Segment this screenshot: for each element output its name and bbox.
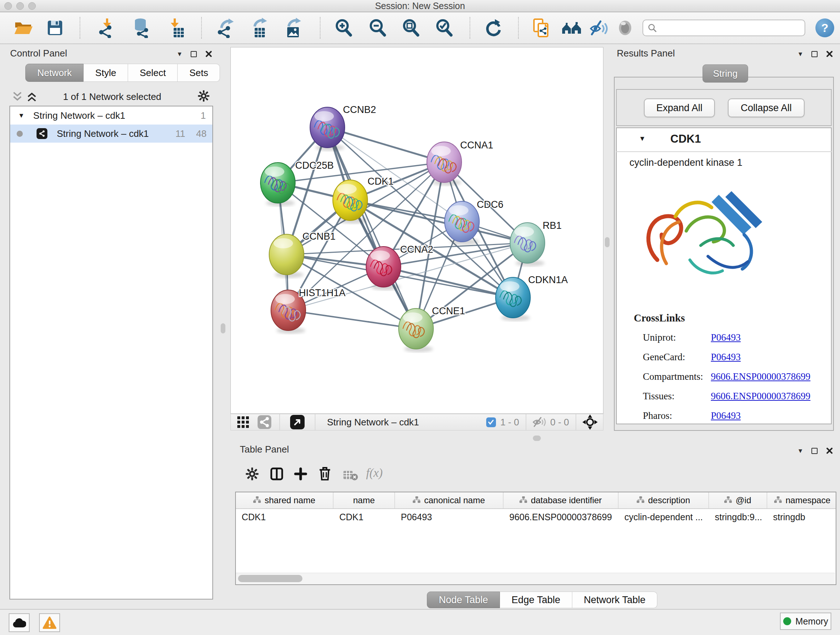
collapse-all-icon[interactable] [11,91,23,102]
help-button[interactable]: ? [815,19,834,37]
add-column-icon[interactable] [294,467,308,481]
cloud-button[interactable] [9,613,30,632]
node-HIST1H1A[interactable]: HIST1H1A [271,287,346,334]
grid-view-icon[interactable] [237,416,249,429]
column-header-database-identifier[interactable]: database identifier [504,492,619,508]
close-panel-icon[interactable] [826,50,834,58]
right-splitter-handle[interactable] [605,237,609,247]
table-cell-description[interactable]: cyclin-dependent ... [619,509,709,525]
edge-CCNB2-CCNA1[interactable] [327,127,444,162]
open-session-icon[interactable] [13,18,33,38]
table-body: CDK1CDK1P064939606.ENSP00000378699cyclin… [236,509,836,525]
fit-selected-crosshair-icon[interactable] [582,414,598,430]
close-panel-icon[interactable] [205,50,213,58]
import-network-from-database-icon[interactable] [132,18,152,38]
export-table-icon[interactable] [249,18,270,38]
table-cell-name[interactable]: CDK1 [333,509,395,525]
column-header-namespace[interactable]: namespace [767,492,836,508]
export-network-icon[interactable] [216,18,236,38]
node-CCNA1[interactable]: CCNA1 [427,140,493,186]
column-header-shared-name[interactable]: shared name [236,492,333,508]
collapse-panel-icon[interactable]: ▼ [177,51,183,57]
tab-sets[interactable]: Sets [178,64,220,82]
memory-button[interactable]: Memory [780,613,831,630]
show-glasses-icon[interactable] [615,18,635,38]
crosslink-value[interactable]: 9606.ENSP00000378699 [711,371,810,382]
refresh-icon[interactable] [483,18,504,38]
collapse-all-button[interactable]: Collapse All [728,98,805,117]
node-RB1[interactable]: RB1 [510,220,562,266]
warnings-button[interactable] [39,613,60,632]
tab-edge-table[interactable]: Edge Table [500,592,572,608]
delete-table-icon[interactable] [343,469,358,481]
crosslink-value[interactable]: P06493 [711,332,741,343]
search-input[interactable] [643,19,805,36]
tab-style[interactable]: Style [84,64,128,82]
float-panel-icon[interactable] [191,51,197,57]
node-CDC6[interactable]: CDC6 [445,199,504,245]
tab-node-table[interactable]: Node Table [427,592,500,608]
collection-expander-icon[interactable]: ▼ [18,112,25,119]
hide-glasses-icon[interactable] [589,18,609,38]
zoom-selected-icon[interactable] [434,18,454,38]
edge-HIST1H1A-CCNE1[interactable] [288,310,416,329]
share-view-icon[interactable] [257,415,271,429]
zoom-fit-icon[interactable] [401,18,421,38]
crosslink-value[interactable]: P06493 [711,352,741,363]
save-session-icon[interactable] [45,18,65,38]
table-settings-gear-icon[interactable] [245,467,259,481]
tab-network[interactable]: Network [25,64,84,82]
import-network-icon[interactable] [97,18,117,38]
gene-expander-icon[interactable]: ▼ [639,135,646,143]
crosslink-value[interactable]: P06493 [711,410,741,421]
hidden-items-icon[interactable] [532,416,546,428]
import-table-icon[interactable] [166,18,186,38]
table-cell-shared-name[interactable]: CDK1 [236,509,333,525]
network-collection-row[interactable]: ▼ String Network – cdk1 1 [10,106,212,125]
zoom-in-icon[interactable] [333,18,354,38]
tab-select[interactable]: Select [128,64,178,82]
table-cell-canonical-name[interactable]: P06493 [395,509,504,525]
float-panel-icon[interactable] [812,448,818,454]
network-row[interactable]: String Network – cdk1 11 48 [10,125,212,143]
crosslink-value[interactable]: 9606.ENSP00000378699 [711,391,810,402]
collapse-panel-icon[interactable]: ▼ [797,51,804,57]
table-cell--id[interactable]: stringdb:9... [709,509,767,525]
tab-network-table[interactable]: Network Table [572,592,658,608]
show-columns-icon[interactable] [270,467,284,481]
table-cell-database-identifier[interactable]: 9606.ENSP00000378699 [504,509,619,525]
edge-CCNB2-CCNE1[interactable] [327,127,416,329]
close-panel-icon[interactable] [826,447,834,455]
selected-nodes-checkbox[interactable] [486,417,496,427]
collapse-panel-icon[interactable]: ▼ [797,448,804,454]
left-splitter-handle[interactable] [221,323,225,333]
delete-column-trash-icon[interactable] [317,466,332,481]
tab-string[interactable]: String [703,65,748,82]
column-header-canonical-name[interactable]: canonical name [395,492,504,508]
function-builder-icon[interactable]: f(x) [366,466,383,480]
zoom-out-icon[interactable] [368,18,388,38]
node-CDKN1A[interactable]: CDKN1A [496,274,568,321]
column-header-name[interactable]: name [333,492,395,508]
copy-document-icon[interactable] [531,18,551,38]
network-graph[interactable]: CCNB2CCNA1CDC25BCDK1CDC6RB1CCNB1CCNA2CDK… [231,47,603,414]
node-CCNB2[interactable]: CCNB2 [310,104,376,151]
string-home-icon[interactable] [561,18,582,38]
expand-all-icon[interactable] [26,91,38,102]
table-cell-namespace[interactable]: stringdb [767,509,836,525]
column-header-description[interactable]: description [619,492,709,508]
edge-CCNA2-CDKN1A[interactable] [384,267,513,298]
node-CCNB1[interactable]: CCNB1 [269,231,336,278]
column-header--id[interactable]: @id [709,492,767,508]
node-CCNE1[interactable]: CCNE1 [399,306,465,352]
expand-all-button[interactable]: Expand All [644,98,715,117]
table-row[interactable]: CDK1CDK1P064939606.ENSP00000378699cyclin… [236,509,836,525]
table-scrollbar-thumb[interactable] [238,575,302,582]
birds-eye-view-button[interactable] [290,415,305,429]
float-panel-icon[interactable] [812,51,818,57]
export-image-icon[interactable] [284,18,304,38]
table-horizontal-scrollbar[interactable] [236,573,835,584]
gear-icon[interactable] [197,90,210,102]
horizontal-splitter-handle[interactable] [533,435,541,441]
node-CDC25B[interactable]: CDC25B [261,160,334,206]
